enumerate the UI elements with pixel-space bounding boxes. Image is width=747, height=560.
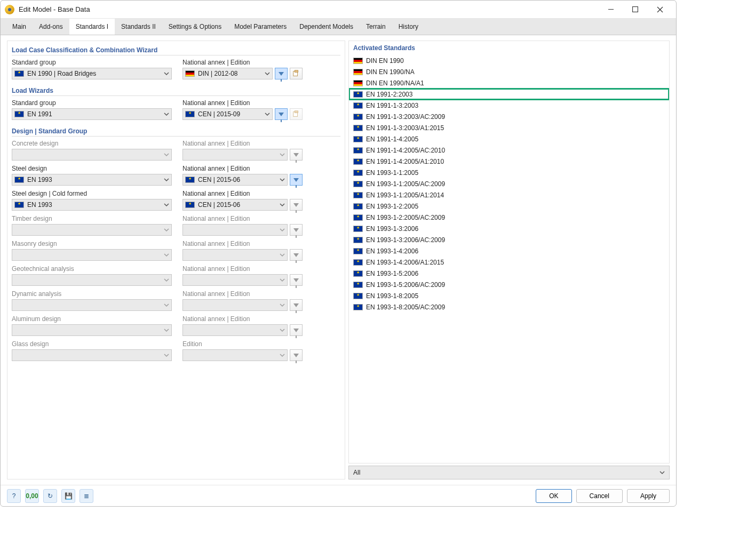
minimize-button[interactable] [599, 2, 623, 17]
tab-add-ons[interactable]: Add-ons [33, 19, 69, 35]
apply-button[interactable]: Apply [627, 489, 670, 503]
tab-terrain[interactable]: Terrain [360, 19, 392, 35]
standard-item[interactable]: EN 1991-2:2003 [349, 89, 669, 100]
standard-item[interactable]: EN 1993-1-1:2005/A1:2014 [349, 189, 669, 201]
close-icon [657, 6, 663, 13]
design-nae-dd [182, 299, 288, 311]
standard-item[interactable]: EN 1991-1-3:2003 [349, 100, 669, 111]
chevron-down-icon [164, 178, 169, 182]
filter-button[interactable] [275, 68, 288, 79]
funnel-icon [293, 178, 299, 182]
design-row-label: Concrete design [12, 140, 172, 147]
save-button[interactable]: 💾 [61, 489, 75, 503]
refresh-icon: ↻ [47, 492, 53, 500]
design-nae-dd[interactable]: CEN | 2015-06 [182, 174, 288, 186]
standard-item[interactable]: EN 1991-1-4:2005 [349, 133, 669, 145]
s2-sg-value: EN 1991 [27, 110, 52, 118]
maximize-button[interactable] [623, 2, 647, 17]
standard-item[interactable]: EN 1993-1-2:2005/AC:2009 [349, 212, 669, 223]
standard-item[interactable]: DIN EN 1990 [349, 55, 669, 66]
design-nae-label: Edition [182, 340, 303, 348]
clipboard-button[interactable] [290, 108, 303, 120]
standard-item-label: DIN EN 1990/NA [366, 68, 415, 76]
svg-rect-4 [295, 70, 298, 73]
standard-item[interactable]: DIN EN 1990/NA [349, 66, 669, 77]
filter-button[interactable] [275, 108, 288, 120]
maximize-icon [632, 6, 638, 12]
filter-button [290, 349, 303, 361]
eu-flag-icon [353, 181, 363, 187]
tab-model-parameters[interactable]: Model Parameters [228, 19, 293, 35]
s2-nae-dd[interactable]: CEN | 2015-09 [182, 108, 273, 120]
design-sg-dd[interactable]: EN 1993 [12, 199, 172, 211]
standard-item[interactable]: DIN EN 1990/NA/A1 [349, 77, 669, 89]
help-button[interactable]: ? [7, 489, 21, 503]
design-nae-dd [182, 274, 288, 286]
s2-standard-group-dd[interactable]: EN 1991 [12, 108, 172, 120]
standard-item-label: EN 1991-1-3:2003/A1:2015 [366, 124, 444, 132]
standard-item[interactable]: EN 1993-1-8:2005 [349, 290, 669, 301]
minimize-icon [608, 9, 614, 10]
standard-item[interactable]: EN 1993-1-5:2006 [349, 268, 669, 279]
standard-item[interactable]: EN 1993-1-2:2005 [349, 201, 669, 212]
ok-button[interactable]: OK [536, 489, 571, 503]
clipboard-icon [292, 110, 300, 118]
standard-item[interactable]: EN 1993-1-4:2006/A1:2015 [349, 257, 669, 268]
design-row-label: Aluminum design [12, 315, 172, 323]
eu-flag-icon [353, 226, 363, 232]
refresh-button[interactable]: ↻ [43, 489, 57, 503]
design-sg-dd [12, 299, 172, 311]
standard-item[interactable]: EN 1993-1-1:2005 [349, 167, 669, 178]
tab-standards-i[interactable]: Standards I [69, 19, 115, 35]
eu-flag-icon [353, 203, 363, 210]
filter-button[interactable] [290, 199, 303, 211]
design-nae-dd[interactable]: CEN | 2015-06 [182, 199, 288, 211]
svg-rect-0 [633, 7, 638, 12]
standard-item-label: EN 1991-1-4:2005 [366, 135, 418, 143]
eu-flag-icon [353, 248, 363, 254]
de-flag-icon [353, 58, 363, 64]
standard-item[interactable]: EN 1993-1-3:2006/AC:2009 [349, 234, 669, 245]
section-title: Load Wizards [12, 84, 340, 96]
design-sg-dd[interactable]: EN 1993 [12, 174, 172, 186]
tab-standards-ii[interactable]: Standards II [115, 19, 162, 35]
standard-item-label: EN 1991-2:2003 [366, 91, 412, 98]
design-nae-label: National annex | Edition [182, 240, 303, 247]
s1-nae-dd[interactable]: DIN | 2012-08 [182, 68, 273, 79]
standard-item[interactable]: EN 1991-1-4:2005/A1:2010 [349, 156, 669, 167]
tab-settings-options[interactable]: Settings & Options [162, 19, 228, 35]
standard-item-label: EN 1993-1-5:2006 [366, 270, 418, 277]
clipboard-button[interactable] [290, 68, 303, 79]
filter-all-dd[interactable]: All [348, 466, 670, 479]
standard-item[interactable]: EN 1991-1-4:2005/AC:2010 [349, 145, 669, 156]
standard-item-label: EN 1993-1-4:2006/A1:2015 [366, 259, 444, 266]
standard-item[interactable]: EN 1993-1-1:2005/AC:2009 [349, 178, 669, 189]
de-flag-icon [353, 69, 363, 75]
eu-flag-icon [353, 304, 363, 310]
design-sg-dd [12, 324, 172, 336]
standard-item[interactable]: EN 1991-1-3:2003/AC:2009 [349, 111, 669, 122]
standard-item[interactable]: EN 1993-1-8:2005/AC:2009 [349, 301, 669, 313]
standard-item[interactable]: EN 1991-1-3:2003/A1:2015 [349, 122, 669, 133]
tab-history[interactable]: History [392, 19, 425, 35]
design-sg-dd [12, 224, 172, 236]
eu-flag-icon [14, 111, 24, 117]
standard-item-label: EN 1993-1-1:2005 [366, 169, 418, 177]
standard-item-label: EN 1991-1-3:2003/AC:2009 [366, 113, 445, 121]
close-button[interactable] [648, 2, 672, 17]
tab-main[interactable]: Main [6, 19, 33, 35]
s1-standard-group-dd[interactable]: EN 1990 | Road Bridges [12, 68, 172, 79]
chevron-down-icon [164, 112, 169, 116]
design-nae-label: National annex | Edition [182, 215, 303, 222]
filter-button[interactable] [290, 174, 303, 186]
chevron-down-icon [280, 203, 285, 207]
standard-item[interactable]: EN 1993-1-5:2006/AC:2009 [349, 279, 669, 290]
standard-item[interactable]: EN 1993-1-4:2006 [349, 245, 669, 257]
database-button[interactable]: ≣ [80, 489, 93, 503]
tabstrip: MainAdd-onsStandards IStandards IISettin… [1, 19, 676, 35]
tab-dependent-models[interactable]: Dependent Models [293, 19, 360, 35]
cancel-button[interactable]: Cancel [576, 489, 623, 503]
standard-item[interactable]: EN 1993-1-3:2006 [349, 223, 669, 234]
units-button[interactable]: 0,00 [25, 489, 39, 503]
filter-all-label: All [353, 469, 360, 476]
